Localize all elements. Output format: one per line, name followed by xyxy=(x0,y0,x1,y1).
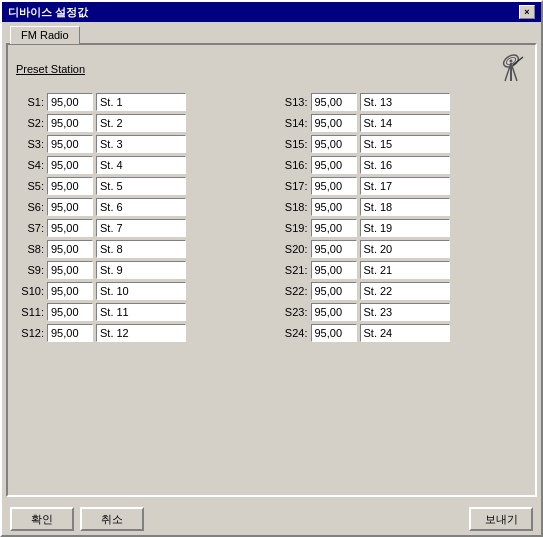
station-name-input[interactable] xyxy=(96,303,186,321)
title-bar: 디바이스 설정값 × xyxy=(2,2,541,22)
button-group-left: 확인 취소 xyxy=(10,507,144,531)
station-row: S13: xyxy=(280,93,528,111)
station-name-input[interactable] xyxy=(96,219,186,237)
station-freq-input[interactable] xyxy=(47,135,93,153)
station-row: S8: xyxy=(16,240,264,258)
title-bar-buttons: × xyxy=(519,5,535,19)
station-id-label: S19: xyxy=(280,222,308,234)
close-button[interactable]: × xyxy=(519,5,535,19)
station-row: S10: xyxy=(16,282,264,300)
station-name-input[interactable] xyxy=(360,303,450,321)
station-row: S24: xyxy=(280,324,528,342)
station-freq-input[interactable] xyxy=(47,219,93,237)
station-row: S14: xyxy=(280,114,528,132)
station-id-label: S7: xyxy=(16,222,44,234)
station-row: S20: xyxy=(280,240,528,258)
station-freq-input[interactable] xyxy=(311,198,357,216)
station-id-label: S8: xyxy=(16,243,44,255)
station-name-input[interactable] xyxy=(360,219,450,237)
preset-station-label: Preset Station xyxy=(16,63,85,75)
station-id-label: S2: xyxy=(16,117,44,129)
station-freq-input[interactable] xyxy=(311,114,357,132)
station-row: S21: xyxy=(280,261,528,279)
station-id-label: S20: xyxy=(280,243,308,255)
station-id-label: S15: xyxy=(280,138,308,150)
station-name-input[interactable] xyxy=(96,240,186,258)
station-id-label: S16: xyxy=(280,159,308,171)
station-name-input[interactable] xyxy=(360,198,450,216)
station-row: S6: xyxy=(16,198,264,216)
station-id-label: S23: xyxy=(280,306,308,318)
stations-column-left: S1:S2:S3:S4:S5:S6:S7:S8:S9:S10:S11:S12: xyxy=(16,93,264,487)
stations-grid: S1:S2:S3:S4:S5:S6:S7:S8:S9:S10:S11:S12: … xyxy=(16,93,527,487)
cancel-button[interactable]: 취소 xyxy=(80,507,144,531)
station-row: S15: xyxy=(280,135,528,153)
station-name-input[interactable] xyxy=(360,93,450,111)
station-row: S4: xyxy=(16,156,264,174)
window-title: 디바이스 설정값 xyxy=(8,5,88,20)
station-freq-input[interactable] xyxy=(47,177,93,195)
station-name-input[interactable] xyxy=(360,324,450,342)
station-id-label: S22: xyxy=(280,285,308,297)
station-name-input[interactable] xyxy=(360,240,450,258)
station-freq-input[interactable] xyxy=(47,261,93,279)
station-row: S7: xyxy=(16,219,264,237)
station-freq-input[interactable] xyxy=(47,324,93,342)
station-name-input[interactable] xyxy=(360,261,450,279)
station-name-input[interactable] xyxy=(96,261,186,279)
station-row: S22: xyxy=(280,282,528,300)
station-row: S5: xyxy=(16,177,264,195)
station-id-label: S10: xyxy=(16,285,44,297)
station-name-input[interactable] xyxy=(96,198,186,216)
confirm-button[interactable]: 확인 xyxy=(10,507,74,531)
station-freq-input[interactable] xyxy=(311,324,357,342)
station-row: S1: xyxy=(16,93,264,111)
station-freq-input[interactable] xyxy=(47,198,93,216)
station-freq-input[interactable] xyxy=(47,282,93,300)
station-id-label: S1: xyxy=(16,96,44,108)
station-name-input[interactable] xyxy=(96,156,186,174)
station-name-input[interactable] xyxy=(96,93,186,111)
main-window: 디바이스 설정값 × FM Radio Preset Station xyxy=(0,0,543,537)
station-freq-input[interactable] xyxy=(47,93,93,111)
station-id-label: S3: xyxy=(16,138,44,150)
station-row: S2: xyxy=(16,114,264,132)
station-freq-input[interactable] xyxy=(311,156,357,174)
station-freq-input[interactable] xyxy=(311,219,357,237)
station-freq-input[interactable] xyxy=(47,156,93,174)
station-name-input[interactable] xyxy=(96,135,186,153)
stations-column-right: S13:S14:S15:S16:S17:S18:S19:S20:S21:S22:… xyxy=(280,93,528,487)
station-name-input[interactable] xyxy=(360,177,450,195)
station-freq-input[interactable] xyxy=(47,303,93,321)
station-freq-input[interactable] xyxy=(311,303,357,321)
tab-fm-radio[interactable]: FM Radio xyxy=(10,26,80,44)
station-name-input[interactable] xyxy=(360,114,450,132)
station-freq-input[interactable] xyxy=(311,240,357,258)
station-freq-input[interactable] xyxy=(47,114,93,132)
station-name-input[interactable] xyxy=(96,114,186,132)
station-freq-input[interactable] xyxy=(311,93,357,111)
station-id-label: S11: xyxy=(16,306,44,318)
station-id-label: S24: xyxy=(280,327,308,339)
svg-point-5 xyxy=(509,59,513,63)
station-name-input[interactable] xyxy=(96,324,186,342)
station-row: S11: xyxy=(16,303,264,321)
station-freq-input[interactable] xyxy=(311,261,357,279)
station-freq-input[interactable] xyxy=(311,177,357,195)
station-name-input[interactable] xyxy=(360,135,450,153)
station-name-input[interactable] xyxy=(360,282,450,300)
station-freq-input[interactable] xyxy=(311,282,357,300)
station-name-input[interactable] xyxy=(96,177,186,195)
antenna-icon xyxy=(495,53,527,85)
station-freq-input[interactable] xyxy=(47,240,93,258)
station-row: S9: xyxy=(16,261,264,279)
send-button[interactable]: 보내기 xyxy=(469,507,533,531)
station-freq-input[interactable] xyxy=(311,135,357,153)
station-name-input[interactable] xyxy=(96,282,186,300)
station-row: S16: xyxy=(280,156,528,174)
station-name-input[interactable] xyxy=(360,156,450,174)
station-id-label: S4: xyxy=(16,159,44,171)
tab-bar: FM Radio xyxy=(2,22,541,43)
station-row: S3: xyxy=(16,135,264,153)
station-row: S19: xyxy=(280,219,528,237)
